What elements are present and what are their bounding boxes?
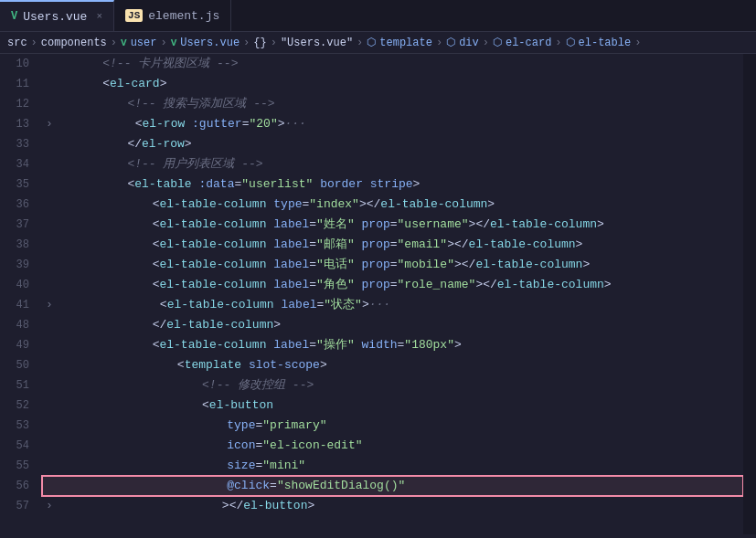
- breadcrumb-div[interactable]: div: [459, 37, 479, 49]
- punct-37f: >: [597, 217, 604, 231]
- code-line-48: </el-table-column>: [42, 315, 743, 335]
- tab-element-js[interactable]: JS element.js: [114, 0, 231, 31]
- breadcrumb-vue-icon-file: V: [171, 37, 177, 48]
- comment-search-add: <!-- 搜索与添加区域 -->: [127, 97, 274, 111]
- indent-53: [46, 418, 219, 432]
- attr-label-role: label: [273, 278, 309, 291]
- punct-40d: =: [390, 278, 398, 291]
- indent-34: [46, 157, 121, 171]
- indent-12: [46, 97, 121, 111]
- fold-arrow-13[interactable]: ›: [46, 114, 59, 134]
- line-num-41: 41: [0, 295, 38, 315]
- val-label-status: "状态": [324, 298, 362, 311]
- tag-col-status: el-table-column: [167, 298, 282, 311]
- tab-users-vue[interactable]: V Users.vue ×: [0, 0, 114, 31]
- punct-41c: >: [362, 298, 369, 311]
- line-num-34: 34: [0, 154, 38, 174]
- punct-52a: <: [202, 398, 209, 412]
- tag-el-row-close: el-row: [142, 137, 185, 151]
- breadcrumb-template-icon: ⬡: [367, 36, 376, 49]
- attr-label-name: label: [273, 217, 309, 231]
- code-line-51: <!-- 修改控组 -->: [42, 375, 743, 396]
- punct-50a: <: [177, 358, 185, 372]
- line-numbers: 10 11 12 13 33 34 35 36 37 38 39 40 41 4…: [0, 54, 38, 534]
- breadcrumb-sep-2: ›: [111, 37, 117, 49]
- code-line-49: <el-table-column label="操作" width="180px…: [42, 335, 743, 355]
- punct-57a: ></: [222, 499, 243, 512]
- right-gutter: [743, 54, 756, 534]
- tag-col-role-close: el-table-column: [497, 278, 604, 291]
- punct-49e: >: [454, 338, 462, 352]
- code-content: <!-- 卡片视图区域 --> <el-card> <!-- 搜索与添加区域 -…: [38, 54, 743, 534]
- indent-48: [46, 318, 145, 332]
- indent-52: [46, 398, 195, 412]
- indent-57: [66, 499, 215, 512]
- fold-arrow-41[interactable]: ›: [46, 295, 59, 315]
- punct-35d: [363, 177, 370, 191]
- breadcrumb-template[interactable]: template: [379, 37, 432, 49]
- line-num-52: 52: [0, 396, 38, 416]
- indent-36: [46, 197, 145, 211]
- breadcrumb-sep-9: ›: [555, 37, 561, 49]
- indent-35: [46, 177, 121, 191]
- line-num-48: 48: [0, 315, 38, 335]
- tag-col-name-close: el-table-column: [490, 217, 597, 231]
- punct-37c: [355, 217, 362, 231]
- punct-39c: [355, 258, 362, 271]
- code-line-53: type="primary": [42, 416, 743, 436]
- tab-close-users-vue[interactable]: ×: [96, 11, 102, 22]
- code-line-50: <template slot-scope>: [42, 355, 743, 375]
- line-num-40: 40: [0, 275, 38, 295]
- code-line-36: <el-table-column type="index"></el-table…: [42, 195, 743, 215]
- breadcrumb-user[interactable]: user: [131, 37, 157, 49]
- punct-49b: =: [309, 338, 316, 352]
- comment-user-list: <!-- 用户列表区域 -->: [127, 157, 262, 171]
- attr-label-mobile: label: [273, 258, 309, 271]
- attr-border: border: [320, 177, 363, 191]
- punct-57b: >: [307, 499, 314, 512]
- breadcrumb-users-vue[interactable]: Users.vue: [180, 37, 240, 49]
- breadcrumb-components[interactable]: components: [41, 37, 107, 49]
- attr-slot-scope: slot-scope: [249, 358, 320, 372]
- punct-56b: =: [270, 479, 277, 492]
- indent-41: [66, 298, 153, 311]
- code-line-12: <!-- 搜索与添加区域 -->: [42, 94, 743, 114]
- punct-38b: =: [309, 237, 316, 251]
- attr-prop-name: prop: [362, 217, 390, 231]
- line-num-12: 12: [0, 94, 38, 114]
- breadcrumb-src[interactable]: src: [7, 37, 27, 49]
- punct-40b: =: [309, 278, 316, 291]
- val-click: "showEditDialog()": [277, 479, 405, 492]
- tag-el-row: el-row: [142, 117, 192, 131]
- attr-prop-role: prop: [362, 278, 390, 291]
- indent-55: [46, 459, 219, 472]
- breadcrumb-sep-4: ›: [243, 37, 250, 49]
- attr-click: @click: [227, 479, 270, 492]
- indent-38: [46, 237, 145, 251]
- ellipsis-41: ···: [369, 298, 390, 311]
- code-line-35: <el-table :data="userlist" border stripe…: [42, 174, 743, 195]
- val-width-action: "180px": [404, 338, 454, 352]
- punct-41a: <: [160, 298, 167, 311]
- val-label-name: "姓名": [316, 217, 355, 231]
- punct-13c: >: [278, 117, 285, 131]
- code-line-39: <el-table-column label="电话" prop="mobile…: [42, 255, 743, 275]
- tab-bar: V Users.vue × JS element.js: [0, 0, 756, 32]
- line-num-50: 50: [0, 355, 38, 375]
- breadcrumb-sep-3: ›: [160, 37, 166, 49]
- code-area: 10 11 12 13 33 34 35 36 37 38 39 40 41 4…: [0, 54, 756, 534]
- tag-template-slot: template: [185, 358, 249, 372]
- punct-39f: >: [582, 258, 590, 271]
- indent-54: [46, 438, 219, 452]
- tag-col-email: el-table-column: [159, 237, 273, 251]
- breadcrumb-el-card[interactable]: el-card: [506, 37, 551, 49]
- code-line-13: › <el-row :gutter="20">···: [42, 114, 743, 134]
- code-line-57: › ></el-button>: [42, 496, 743, 516]
- indent-10: [46, 57, 95, 70]
- breadcrumb-filename[interactable]: "Users.vue": [281, 37, 353, 49]
- line-num-55: 55: [0, 456, 38, 476]
- indent-51: [46, 378, 195, 392]
- breadcrumb-braces[interactable]: {}: [253, 37, 266, 49]
- punct-35e: >: [413, 177, 421, 191]
- breadcrumb-el-table[interactable]: el-table: [579, 37, 632, 49]
